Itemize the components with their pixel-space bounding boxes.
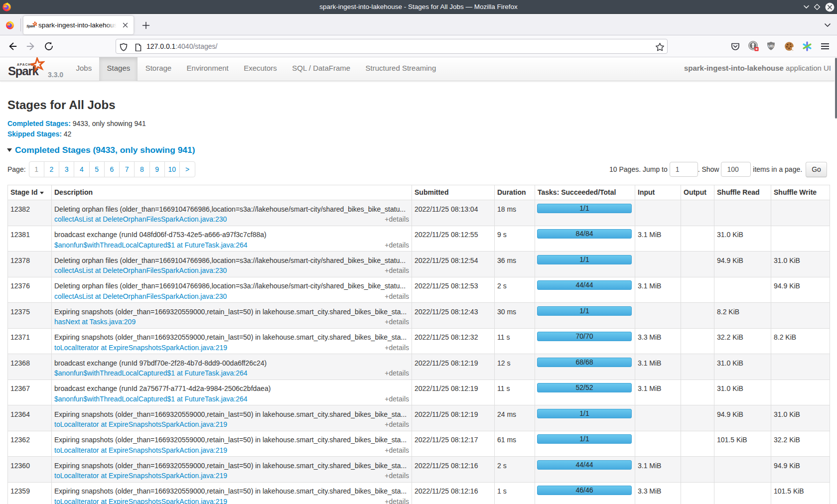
svg-text:UD: UD [768, 43, 774, 48]
